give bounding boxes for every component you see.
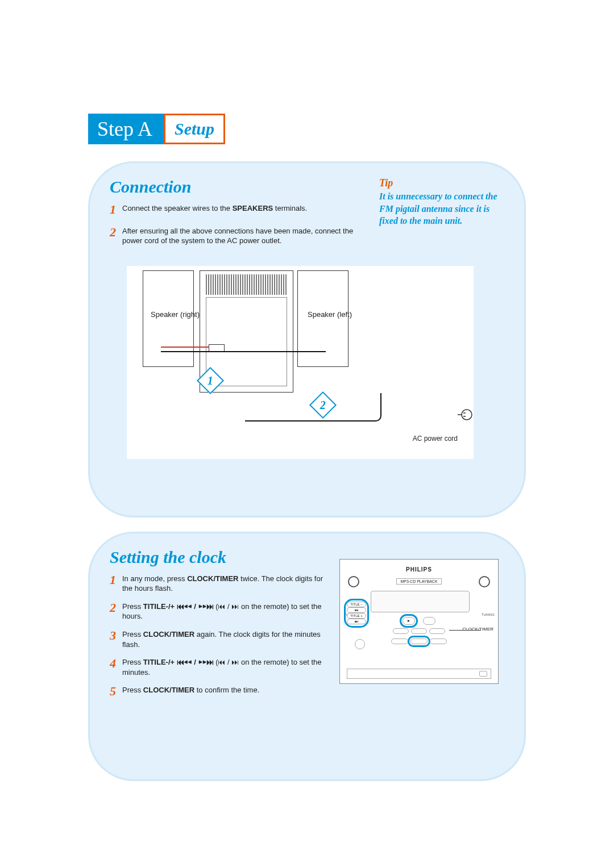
eject-button-icon [479,671,487,677]
step-label: Step A [88,114,164,144]
list-item: 5 Press CLOCK/TIMER to confirm the time. [110,683,326,700]
list-item: 3 Press CLOCK/TIMER again. The clock dig… [110,627,326,649]
pill-button [393,628,409,634]
list-item: 2 Press TITILE-/+ ⏮◀◀ / ▶▶⏭ (⏮ / ⏭ on th… [110,599,326,621]
step-number: 5 [110,683,122,700]
text-bold: SPEAKERS [233,204,273,212]
play-button-highlight: ▸ [403,617,415,625]
plug-icon [457,406,474,423]
text-bold: TITILE-/+ ⏮◀◀ / ▶▶⏭ [143,658,214,666]
step-number: 2 [110,599,122,621]
clock-timer-button-highlight [410,639,428,644]
list-item: 2 After ensuring all the above connectio… [110,224,374,246]
diagram-front-panel: PHILIPS MP3-CD PLAYBACK VOL TUNING TITLE… [339,559,499,684]
text-bold: CLOCK/TIMER [143,686,194,694]
list-item: 1 Connect the speaker wires to the SPEAK… [110,201,374,218]
tip-heading: Tip [379,177,504,189]
svg-point-0 [462,410,472,420]
headphone-jack-icon [355,639,365,649]
mp3-cd-label: MP3-CD PLAYBACK [396,578,441,585]
brand-label: PHILIPS [346,566,492,573]
pill-button [429,628,445,634]
text: Press [122,658,143,666]
step-text: Press TITILE-/+ ⏮◀◀ / ▶▶⏭ (⏮ / ⏭ on the … [122,655,326,677]
text: After ensuring all the above connections… [122,227,353,245]
callout-number: 1 [208,374,213,387]
power-knob-icon [348,576,359,587]
text: Connect the speaker wires to the [122,204,233,212]
open-close-knob-icon [479,576,490,587]
manual-page: Step A Setup Connection 1 Connect the sp… [0,0,614,868]
step-text: Press TITILE-/+ ⏮◀◀ / ▶▶⏭ (⏮ / ⏭ on the … [122,599,326,621]
text: to confirm the time. [194,686,259,694]
text-bold: CLOCK/TIMER [187,574,238,583]
step-text: After ensuring all the above connections… [122,224,374,246]
center-button [423,617,435,625]
panel-setting-clock: Setting the clock 1 In any mode, press C… [88,532,526,781]
step-text: In any mode, press CLOCK/TIMER twice. Th… [122,571,326,594]
title-minus-label: TITLE − [347,602,366,607]
next-icon: ⏭ [347,619,366,624]
diagram-connection: Speaker (right) Speaker (left) 1 2 AC po… [127,266,474,459]
text: terminals. [273,204,307,212]
step-header: Step A Setup [88,114,526,144]
label-ac-power-cord: AC power cord [413,435,458,443]
step-number: 1 [110,571,122,594]
step-number: 1 [110,201,122,218]
step-number: 2 [110,224,122,246]
list-item: 1 In any mode, press CLOCK/TIMER twice. … [110,571,326,594]
title-plus-label: TITLE + [347,613,366,619]
tuning-label: TUNING [482,613,495,616]
text: Press [122,630,143,639]
label-speaker-left: Speaker (left) [308,310,352,320]
disc-tray [347,669,491,679]
step-text: Press CLOCK/TIMER again. The clock digit… [122,627,326,649]
clock-timer-label: CLOCK/TIMER [462,627,493,632]
text-bold: TITILE-/+ ⏮◀◀ / ▶▶⏭ [143,602,214,611]
wire-black [161,351,326,352]
list-item: 4 Press TITILE-/+ ⏮◀◀ / ▶▶⏭ (⏮ / ⏭ on th… [110,655,326,677]
tip-box: Tip It is unnecessary to connect the FM … [374,177,504,252]
pointer-line [449,630,481,631]
panel-connection: Connection 1 Connect the speaker wires t… [88,161,526,518]
display-screen [371,591,470,612]
wire-red [161,347,209,348]
tip-body: It is unnecessary to connect the FM pigt… [379,190,504,227]
step-subtitle: Setup [164,114,225,144]
step-number: 3 [110,627,122,649]
rear-panel [206,297,287,386]
pill-button [411,628,427,634]
pill-button [430,639,447,644]
title-buttons-highlight: TITLE − ⏮ TITLE + ⏭ [347,602,366,625]
text: Press [122,686,143,694]
pill-button [391,639,408,644]
label-speaker-right: Speaker (right) [151,310,200,320]
text: Press [122,602,143,611]
section-title-connection: Connection [110,177,374,197]
text-bold: CLOCK/TIMER [143,630,194,639]
prev-icon: ⏮ [347,607,366,613]
step-text: Press CLOCK/TIMER to confirm the time. [122,683,259,700]
text: In any mode, press [122,574,187,583]
callout-number: 2 [320,398,326,411]
step-number: 4 [110,655,122,677]
step-text: Connect the speaker wires to the SPEAKER… [122,201,307,218]
